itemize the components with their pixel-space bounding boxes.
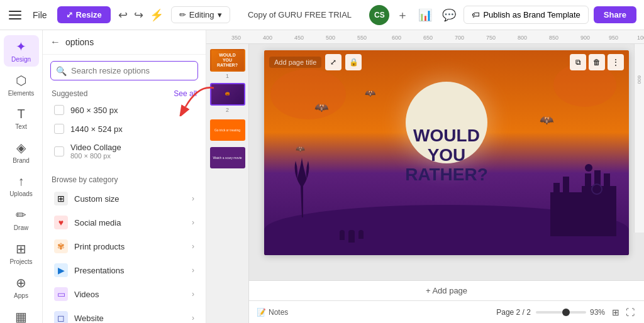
sidebar-item-brand[interactable]: ◈ Brand [4, 136, 39, 168]
category-website[interactable]: ◻ Website › [45, 306, 203, 323]
sidebar-item-text[interactable]: T Text [4, 103, 39, 134]
resize-panel-title: options [65, 37, 94, 47]
design-canvas[interactable]: 🦇 🦇 🦇 🦇 WOULD YOU RATHER? [264, 50, 629, 255]
search-input[interactable] [50, 61, 198, 80]
fullscreen-button[interactable]: ⛶ [624, 305, 636, 319]
search-box: 🔍 [50, 61, 198, 80]
avatar[interactable]: CS [369, 5, 389, 25]
file-menu[interactable]: File [28, 8, 52, 23]
canvas-content: 🦇 🦇 🦇 🦇 WOULD YOU RATHER? [249, 44, 644, 280]
page-thumbnail-1[interactable]: WOULDYOURATHER? [210, 49, 245, 72]
preset-item-960[interactable]: 960 × 350 px [45, 101, 203, 119]
add-page-label: + Add page [426, 286, 467, 295]
sub-thumb-1: Go trick or treating [210, 119, 245, 141]
sidebar-item-background[interactable]: ▦ Background [4, 305, 39, 323]
thumb-wrap-2: 🎃 2 [210, 83, 245, 113]
add-page-bar[interactable]: + Add page [249, 280, 644, 300]
notes-button[interactable]: 📝 Notes [257, 308, 288, 317]
zoom-thumb [562, 309, 570, 316]
see-all-link[interactable]: See all [174, 89, 197, 98]
notes-label: Notes [269, 308, 288, 317]
castle-silhouette [547, 155, 616, 236]
browse-header: Browse by category [43, 172, 206, 187]
sidebar-item-elements[interactable]: ⬡ Elements [4, 69, 39, 101]
publish-button[interactable]: 🏷 Publish as Brand Template [464, 6, 588, 24]
chevron-right-icon-website: › [192, 314, 194, 322]
suggested-section-header: Suggested See all [43, 85, 206, 101]
sidebar-item-projects[interactable]: ⊞ Projects [4, 238, 39, 269]
undo-button[interactable]: ↩ [116, 6, 130, 25]
resize-panel: ← options 🔍 Suggested S [43, 30, 206, 323]
sidebar-item-label: Design [11, 56, 31, 63]
add-collaborator-button[interactable]: ＋ [394, 5, 411, 25]
canvas-copy-btn[interactable]: ⧉ [570, 54, 586, 70]
category-videos[interactable]: ▭ Videos › [45, 282, 203, 306]
print-products-icon: ✾ [54, 239, 68, 253]
add-page-title[interactable]: Add page title [269, 57, 321, 68]
category-print[interactable]: ✾ Print products › [45, 234, 203, 258]
category-label-videos: Videos [74, 290, 99, 299]
zoom-slider[interactable] [536, 311, 586, 314]
sidebar-item-label: Uploads [9, 190, 33, 197]
preset-checkbox-video[interactable] [54, 146, 64, 156]
preset-info: Video Collage 800 × 800 px [70, 143, 121, 160]
sidebar-item-uploads[interactable]: ↑ Uploads [4, 170, 39, 201]
category-custom[interactable]: ⊞ Custom size › [45, 187, 203, 211]
canvas-toolbar: ⧉ 🗑 ⋮ [570, 54, 624, 70]
social-media-icon: ♥ [54, 216, 68, 229]
chevron-right-icon-custom: › [192, 194, 194, 203]
document-title: Copy of GURU FREE TRIAL [248, 10, 352, 19]
analytics-button[interactable]: 📊 [416, 6, 435, 25]
preset-name-1440: 1440 × 524 px [70, 124, 123, 134]
category-label-presentations: Presentations [74, 266, 125, 275]
canvas-expand-btn[interactable]: ⤢ [325, 54, 341, 70]
preset-checkbox-960[interactable] [54, 105, 64, 115]
redo-button[interactable]: ↪ [131, 6, 146, 25]
preset-item-1440[interactable]: 1440 × 524 px [45, 119, 203, 138]
svg-rect-4 [594, 170, 601, 189]
svg-rect-3 [585, 173, 591, 189]
page-thumbnail-2[interactable]: 🎃 [210, 83, 245, 106]
resize-button[interactable]: ⤢ Resize [57, 6, 111, 23]
svg-rect-6 [585, 164, 592, 172]
preset-video-size: 800 × 800 px [70, 152, 121, 160]
apps-icon: ⊕ [16, 275, 26, 290]
back-button[interactable]: ← [50, 36, 60, 48]
menu-button[interactable] [8, 8, 23, 23]
sub-page-thumb-1a[interactable]: Go trick or treating [210, 119, 245, 141]
bottom-bar: 📝 Notes Page 2 / 2 93% ⊞ ⛶ [249, 300, 644, 323]
category-social[interactable]: ♥ Social media › [45, 211, 203, 234]
thumb-number-1: 1 [210, 73, 245, 79]
sidebar-item-label: Elements [8, 90, 35, 97]
sidebar-item-draw[interactable]: ✏ Draw [4, 204, 39, 235]
canvas-lock-btn[interactable]: 🔒 [345, 54, 362, 70]
category-label-custom: Custom size [74, 194, 119, 204]
headline-line3: RATHER? [405, 165, 488, 185]
sidebar-item-apps[interactable]: ⊕ Apps [4, 271, 39, 303]
editing-button[interactable]: ✏ Editing ▾ [171, 6, 230, 23]
headline-line1: WOULD [405, 126, 488, 146]
bat-1: 🦇 [314, 101, 328, 114]
suggested-label: Suggested [52, 89, 87, 98]
category-label-print: Print products [74, 242, 125, 251]
magic-button[interactable]: ⚡ [147, 6, 166, 25]
grid-view-button[interactable]: ⊞ [610, 305, 621, 319]
gravestones [340, 230, 364, 243]
chevron-right-icon-print: › [192, 242, 194, 251]
brand-icon: 🏷 [472, 10, 480, 19]
thumb-wrap-1: WOULDYOURATHER? 1 [210, 49, 245, 79]
comments-button[interactable]: 💬 [440, 6, 458, 25]
share-button[interactable]: Share [594, 6, 636, 23]
preset-item-video-collage[interactable]: Video Collage 800 × 800 px [45, 138, 203, 164]
canvas-delete-btn[interactable]: 🗑 [589, 54, 605, 70]
category-presentations[interactable]: ▶ Presentations › [45, 258, 203, 282]
tree-silhouette [289, 155, 314, 217]
sidebar-item-design[interactable]: ✦ Design [4, 35, 39, 67]
design-icon: ✦ [16, 39, 26, 54]
bat-4: 🦇 [296, 145, 305, 153]
sub-page-thumb-2a[interactable]: Watch a scary movie [210, 147, 245, 168]
sidebar-item-label: Projects [9, 258, 32, 265]
elements-icon: ⬡ [16, 73, 26, 88]
canvas-more-btn[interactable]: ⋮ [608, 54, 624, 70]
preset-checkbox-1440[interactable] [54, 124, 64, 134]
